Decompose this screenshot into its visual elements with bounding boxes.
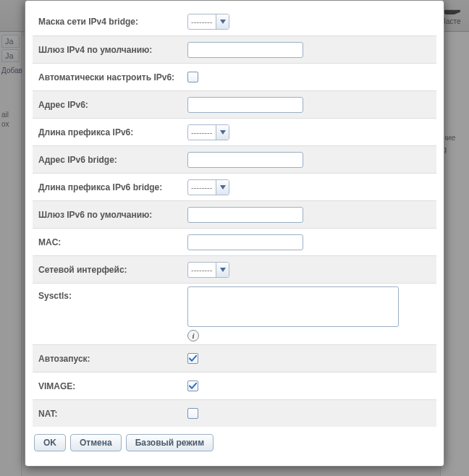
form-control: ---------	[185, 11, 436, 33]
form-row: Автоматически настроить IPv6:	[33, 63, 436, 90]
text-input[interactable]	[187, 97, 303, 113]
combo-value: ---------	[188, 125, 216, 140]
chevron-down-icon[interactable]	[216, 263, 229, 277]
form-label: Автозапуск:	[33, 347, 185, 371]
form-control	[185, 231, 436, 253]
form-control: ---------	[185, 259, 436, 281]
form-control	[185, 39, 436, 61]
sysctls-textarea[interactable]	[187, 286, 399, 327]
checkbox[interactable]	[187, 408, 198, 419]
form-label: Sysctls:	[33, 284, 185, 308]
form-control	[185, 204, 436, 226]
basic-mode-button[interactable]: Базовый режим	[126, 434, 214, 451]
form-row: Адрес IPv6:	[33, 90, 436, 118]
text-input[interactable]	[187, 152, 303, 168]
form-label: Маска сети IPv4 bridge:	[33, 9, 185, 34]
form-label: Сетевой интерфейс:	[33, 258, 185, 282]
checkbox[interactable]	[187, 353, 198, 364]
form-row: Длина префикса IPv6:---------	[33, 118, 436, 145]
ok-button[interactable]: OK	[34, 434, 66, 451]
text-input[interactable]	[187, 42, 303, 58]
cancel-button[interactable]: Отмена	[70, 434, 122, 451]
text-input[interactable]	[187, 207, 303, 223]
combo-value: ---------	[188, 263, 216, 277]
form-control	[185, 69, 436, 85]
checkbox[interactable]	[187, 72, 198, 82]
form-label: NAT:	[33, 401, 185, 426]
form-control: ---------	[185, 122, 436, 143]
form-row: Маска сети IPv4 bridge:---------	[33, 8, 436, 35]
form-control	[185, 405, 436, 422]
chevron-down-icon[interactable]	[216, 14, 229, 29]
form-control: i	[185, 284, 436, 344]
form-label: Шлюз IPv4 по умолчанию:	[33, 38, 185, 62]
form-label: Автоматически настроить IPv6:	[33, 65, 185, 90]
chevron-down-icon[interactable]	[216, 125, 229, 140]
form-row: Адрес IPv6 bridge:	[33, 145, 436, 173]
form-row: VIMAGE:	[33, 372, 436, 399]
form-row: Шлюз IPv4 по умолчанию:	[33, 35, 436, 63]
form-row: Sysctls:i	[33, 283, 436, 344]
form-control	[185, 94, 436, 116]
form-row: Длина префикса IPv6 bridge:---------	[33, 173, 436, 200]
form-row: NAT:	[33, 399, 436, 427]
chevron-down-icon[interactable]	[216, 180, 229, 195]
checkbox[interactable]	[187, 381, 198, 391]
combo-select[interactable]: ---------	[187, 262, 229, 278]
form-row: Сетевой интерфейс:---------	[33, 255, 436, 283]
dialog-button-bar: OK Отмена Базовый режим	[33, 427, 436, 459]
form-label: VIMAGE:	[33, 374, 185, 399]
form-label: Длина префикса IPv6:	[33, 120, 185, 145]
form-control	[185, 378, 436, 394]
form-row: MAC:	[33, 228, 436, 255]
form-label: Адрес IPv6:	[33, 93, 185, 117]
form-label: MAC:	[33, 230, 185, 255]
form-control	[185, 149, 436, 171]
form-control: ---------	[185, 177, 436, 198]
combo-select[interactable]: ---------	[187, 179, 229, 195]
form-label: Адрес IPv6 bridge:	[33, 148, 185, 172]
info-icon[interactable]: i	[187, 330, 199, 341]
text-input[interactable]	[187, 234, 303, 250]
combo-value: ---------	[188, 14, 216, 29]
form-label: Шлюз IPv6 по умолчанию:	[33, 203, 185, 227]
dialog-scroll[interactable]: Маска сети IPv4 bridge:---------Шлюз IPv…	[28, 4, 441, 463]
form-label: Длина префикса IPv6 bridge:	[33, 175, 185, 200]
config-dialog: Маска сети IPv4 bridge:---------Шлюз IPv…	[25, 0, 444, 467]
combo-select[interactable]: ---------	[187, 14, 229, 30]
form-row: Автозапуск:	[33, 344, 436, 372]
combo-value: ---------	[188, 180, 216, 195]
combo-select[interactable]: ---------	[187, 124, 229, 140]
form-row: Шлюз IPv6 по умолчанию:	[33, 200, 436, 228]
form-control	[185, 350, 436, 367]
